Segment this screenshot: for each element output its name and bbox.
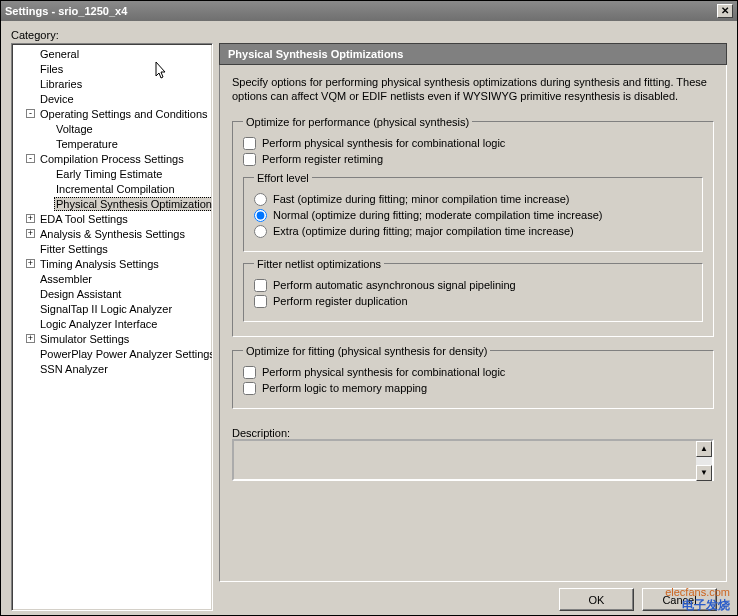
group-performance: Optimize for performance (physical synth… xyxy=(232,116,714,337)
tree-item[interactable]: Fitter Settings xyxy=(14,241,210,256)
tree-item-label[interactable]: Compilation Process Settings xyxy=(38,153,186,165)
expand-icon[interactable]: + xyxy=(26,229,35,238)
tree-item[interactable]: Incremental Compilation xyxy=(14,181,210,196)
chk-fitter-async-pipelining[interactable] xyxy=(254,279,267,292)
tree-item-label[interactable]: Fitter Settings xyxy=(38,243,110,255)
tree-item-label[interactable]: Design Assistant xyxy=(38,288,123,300)
tree-item[interactable]: Assembler xyxy=(14,271,210,286)
button-row: OK Cancel xyxy=(219,582,727,611)
radio-effort-extra-label: Extra (optimize during fitting; major co… xyxy=(273,225,574,237)
collapse-icon[interactable]: - xyxy=(26,109,35,118)
tree-item[interactable]: Logic Analyzer Interface xyxy=(14,316,210,331)
chk-perf-combinational-label: Perform physical synthesis for combinati… xyxy=(262,137,505,149)
tree-item-label[interactable]: SignalTap II Logic Analyzer xyxy=(38,303,174,315)
main-area: GeneralFilesLibrariesDevice-Operating Se… xyxy=(11,43,727,611)
group-effort-legend: Effort level xyxy=(254,172,312,184)
tree-item[interactable]: Device xyxy=(14,91,210,106)
tree-item-label[interactable]: Analysis & Synthesis Settings xyxy=(38,228,187,240)
chk-perf-retiming[interactable] xyxy=(243,153,256,166)
tree-item[interactable]: +EDA Tool Settings xyxy=(14,211,210,226)
intro-text: Specify options for performing physical … xyxy=(232,75,714,104)
chk-fitter-async-label: Perform automatic asynchronous signal pi… xyxy=(273,279,516,291)
group-fitting-legend: Optimize for fitting (physical synthesis… xyxy=(243,345,490,357)
category-label: Category: xyxy=(11,29,727,41)
window-title: Settings - srio_1250_x4 xyxy=(5,5,127,17)
tree-item-label[interactable]: Simulator Settings xyxy=(38,333,131,345)
chk-fit-logic-memory[interactable] xyxy=(243,382,256,395)
titlebar: Settings - srio_1250_x4 ✕ xyxy=(1,1,737,21)
expand-icon[interactable]: + xyxy=(26,214,35,223)
tree-item-label[interactable]: Incremental Compilation xyxy=(54,183,177,195)
tree-item-label[interactable]: General xyxy=(38,48,81,60)
settings-window: Settings - srio_1250_x4 ✕ Category: Gene… xyxy=(0,0,738,616)
chk-perf-combinational[interactable] xyxy=(243,137,256,150)
radio-effort-normal-label: Normal (optimize during fitting; moderat… xyxy=(273,209,603,221)
tree-item-label[interactable]: Libraries xyxy=(38,78,84,90)
radio-effort-fast[interactable] xyxy=(254,193,267,206)
description-textarea[interactable] xyxy=(232,439,714,481)
group-effort-level: Effort level Fast (optimize during fitti… xyxy=(243,172,703,252)
radio-effort-fast-label: Fast (optimize during fitting; minor com… xyxy=(273,193,570,205)
group-fitter-netlist: Fitter netlist optimizations Perform aut… xyxy=(243,258,703,322)
tree-item[interactable]: SignalTap II Logic Analyzer xyxy=(14,301,210,316)
tree-item[interactable]: +Timing Analysis Settings xyxy=(14,256,210,271)
tree-item-label[interactable]: Operating Settings and Conditions xyxy=(38,108,210,120)
tree-item-label[interactable]: Device xyxy=(38,93,76,105)
tree-item-label[interactable]: SSN Analyzer xyxy=(38,363,110,375)
tree-item[interactable]: +Analysis & Synthesis Settings xyxy=(14,226,210,241)
tree-item[interactable]: Early Timing Estimate xyxy=(14,166,210,181)
tree-item[interactable]: PowerPlay Power Analyzer Settings xyxy=(14,346,210,361)
tree-item[interactable]: Design Assistant xyxy=(14,286,210,301)
content-area: Category: GeneralFilesLibrariesDevice-Op… xyxy=(1,21,737,615)
tree-item-label[interactable]: Logic Analyzer Interface xyxy=(38,318,159,330)
tree-item[interactable]: SSN Analyzer xyxy=(14,361,210,376)
tree-item[interactable]: -Operating Settings and Conditions xyxy=(14,106,210,121)
panel-body: Specify options for performing physical … xyxy=(219,65,727,582)
tree-item-label[interactable]: Files xyxy=(38,63,65,75)
tree-item-label[interactable]: Early Timing Estimate xyxy=(54,168,164,180)
ok-button[interactable]: OK xyxy=(559,588,634,611)
category-tree[interactable]: GeneralFilesLibrariesDevice-Operating Se… xyxy=(11,43,213,611)
group-fitting: Optimize for fitting (physical synthesis… xyxy=(232,345,714,409)
description-area: Description: ▲ ▼ xyxy=(232,427,714,483)
chk-fitter-reg-dup[interactable] xyxy=(254,295,267,308)
chk-fit-logic-memory-label: Perform logic to memory mapping xyxy=(262,382,427,394)
scroll-up-icon[interactable]: ▲ xyxy=(696,441,712,457)
scroll-down-icon[interactable]: ▼ xyxy=(696,465,712,481)
tree-item-label[interactable]: Timing Analysis Settings xyxy=(38,258,161,270)
tree-item-label[interactable]: Assembler xyxy=(38,273,94,285)
tree-item[interactable]: General xyxy=(14,46,210,61)
tree-item[interactable]: -Compilation Process Settings xyxy=(14,151,210,166)
chk-fitter-reg-dup-label: Perform register duplication xyxy=(273,295,408,307)
tree-item[interactable]: Voltage xyxy=(14,121,210,136)
close-button[interactable]: ✕ xyxy=(717,4,733,18)
right-panel: Physical Synthesis Optimizations Specify… xyxy=(219,43,727,611)
expand-icon[interactable]: + xyxy=(26,334,35,343)
description-scrollbar[interactable]: ▲ ▼ xyxy=(696,441,712,481)
tree-item-label[interactable]: PowerPlay Power Analyzer Settings xyxy=(38,348,213,360)
radio-effort-extra[interactable] xyxy=(254,225,267,238)
cancel-button[interactable]: Cancel xyxy=(642,588,717,611)
panel-title: Physical Synthesis Optimizations xyxy=(219,43,727,65)
tree-item-label[interactable]: Voltage xyxy=(54,123,95,135)
description-label: Description: xyxy=(232,427,714,439)
tree-item[interactable]: Libraries xyxy=(14,76,210,91)
group-performance-legend: Optimize for performance (physical synth… xyxy=(243,116,472,128)
tree-item-label[interactable]: Physical Synthesis Optimizations xyxy=(54,197,213,211)
tree-item[interactable]: Files xyxy=(14,61,210,76)
tree-item-label[interactable]: Temperature xyxy=(54,138,120,150)
expand-icon[interactable]: + xyxy=(26,259,35,268)
chk-fit-combinational[interactable] xyxy=(243,366,256,379)
chk-fit-combinational-label: Perform physical synthesis for combinati… xyxy=(262,366,505,378)
chk-perf-retiming-label: Perform register retiming xyxy=(262,153,383,165)
collapse-icon[interactable]: - xyxy=(26,154,35,163)
radio-effort-normal[interactable] xyxy=(254,209,267,222)
tree-item[interactable]: +Simulator Settings xyxy=(14,331,210,346)
tree-item[interactable]: Physical Synthesis Optimizations xyxy=(14,196,210,211)
group-fitter-legend: Fitter netlist optimizations xyxy=(254,258,384,270)
tree-item[interactable]: Temperature xyxy=(14,136,210,151)
tree-item-label[interactable]: EDA Tool Settings xyxy=(38,213,130,225)
